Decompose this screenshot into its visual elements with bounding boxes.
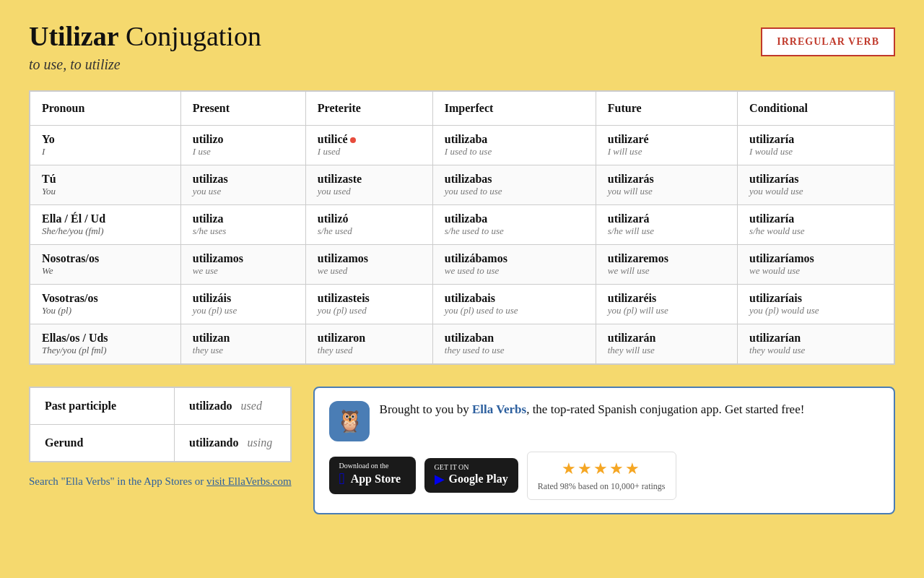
participle-section: Past participle utilizado used Gerund ut… — [29, 387, 292, 488]
table-row: YoIutilizoI useutilicéI usedutilizabaI u… — [30, 125, 894, 165]
verb-subtitle: to use, to utilize — [29, 56, 261, 73]
present-form: utilizas — [193, 173, 294, 186]
future-form: utilizarás — [608, 173, 725, 186]
conditional-form: utilizaría — [749, 133, 882, 146]
google-play-large-text: Google Play — [449, 472, 508, 487]
app-store-button[interactable]: Download on the  App Store — [329, 457, 416, 494]
pronoun-main: Yo — [42, 133, 169, 146]
col-imperfect: Imperfect — [432, 91, 596, 125]
title-rest: Conjugation — [126, 21, 261, 51]
future-sub: you (pl) will use — [608, 305, 725, 316]
conditional-form: utilizarías — [749, 173, 882, 186]
imperfect-sub: you used to use — [445, 186, 584, 197]
star-rating: ★★★★★ — [538, 460, 666, 478]
preterite-form: utilicé — [318, 133, 421, 146]
table-row: Ellas/os / UdsThey/you (pl fml)utilizant… — [30, 324, 894, 363]
imperfect-form: utilizábamos — [445, 252, 584, 265]
app-store-small-text: Download on the — [339, 462, 389, 470]
present-form: utilizan — [193, 332, 294, 345]
imperfect-form: utilizaba — [445, 212, 584, 225]
present-form: utilizo — [193, 133, 294, 146]
preterite-sub: they used — [318, 345, 421, 356]
promo-card: 🦉 Brought to you by Ella Verbs, the top-… — [313, 387, 895, 514]
past-participle-label: Past participle — [30, 387, 175, 424]
col-conditional: Conditional — [738, 91, 894, 125]
present-sub: we use — [193, 265, 294, 277]
imperfect-form: utilizaban — [445, 332, 584, 345]
imperfect-sub: s/he used to use — [445, 225, 584, 237]
gerund-label: Gerund — [30, 424, 175, 461]
participle-table-wrapper: Past participle utilizado used Gerund ut… — [29, 387, 292, 462]
future-form: utilizaré — [608, 133, 725, 146]
promo-description: Brought to you by Ella Verbs, the top-ra… — [380, 401, 805, 418]
future-sub: s/he will use — [608, 225, 725, 237]
google-play-small-text: GET IT ON — [435, 464, 469, 471]
conjugation-table-wrapper: Pronoun Present Preterite Imperfect Futu… — [29, 90, 895, 365]
gerund-value: utilizando using — [175, 424, 291, 461]
present-form: utilizamos — [193, 252, 294, 265]
future-sub: you will use — [608, 186, 725, 197]
col-pronoun: Pronoun — [30, 91, 181, 125]
gerund-row: Gerund utilizando using — [30, 424, 291, 461]
title-block: Utilizar Conjugation to use, to utilize — [29, 22, 261, 73]
col-present: Present — [180, 91, 305, 125]
imperfect-form: utilizabas — [445, 173, 584, 186]
present-sub: you use — [193, 186, 294, 197]
preterite-sub: you used — [318, 186, 421, 197]
future-form: utilizaréis — [608, 292, 725, 305]
pronoun-main: Ellas/os / Uds — [42, 332, 169, 345]
past-participle-translation: used — [241, 400, 262, 412]
page-header: Utilizar Conjugation to use, to utilize … — [29, 22, 895, 73]
page-title: Utilizar Conjugation — [29, 22, 261, 52]
pronoun-main: Ella / Él / Ud — [42, 212, 169, 225]
accent-dot — [350, 137, 356, 143]
conjugation-table: Pronoun Present Preterite Imperfect Futu… — [30, 91, 894, 364]
ella-verbs-icon: 🦉 — [329, 401, 370, 441]
svg-text:🦉: 🦉 — [336, 408, 363, 434]
imperfect-sub: we used to use — [445, 265, 584, 277]
pronoun-main: Tú — [42, 173, 169, 186]
promo-text-before: Brought to you by — [380, 402, 472, 416]
present-sub: they use — [193, 345, 294, 356]
table-row: Vosotras/osYou (pl)utilizáisyou (pl) use… — [30, 284, 894, 324]
preterite-sub: we used — [318, 265, 421, 277]
gerund-form: utilizando — [189, 436, 238, 449]
pronoun-sub: We — [42, 265, 169, 277]
conditional-sub: you (pl) would use — [749, 305, 882, 316]
verb-name: Utilizar — [29, 21, 119, 51]
conditional-sub: they would use — [749, 345, 882, 356]
future-form: utilizará — [608, 212, 725, 225]
search-text: Search "Ella Verbs" in the App Stores or… — [29, 475, 292, 488]
table-row: Nosotras/osWeutilizamoswe useutilizamosw… — [30, 244, 894, 284]
google-play-button[interactable]: GET IT ON ▶ Google Play — [424, 458, 518, 493]
imperfect-form: utilizaba — [445, 133, 584, 146]
present-form: utiliza — [193, 212, 294, 225]
past-participle-row: Past participle utilizado used — [30, 387, 291, 424]
pronoun-sub: You — [42, 186, 169, 197]
pronoun-sub: They/you (pl fml) — [42, 345, 169, 356]
rating-box: ★★★★★ Rated 98% based on 10,000+ ratings — [527, 452, 676, 500]
promo-text-after: , the top-rated Spanish conjugation app.… — [526, 402, 804, 416]
gerund-translation: using — [247, 436, 272, 449]
rating-text: Rated 98% based on 10,000+ ratings — [538, 481, 666, 492]
future-form: utilizarán — [608, 332, 725, 345]
promo-top: 🦉 Brought to you by Ella Verbs, the top-… — [329, 401, 879, 441]
ella-verbs-link[interactable]: visit EllaVerbs.com — [206, 475, 291, 487]
pronoun-main: Nosotras/os — [42, 252, 169, 265]
preterite-form: utilizó — [318, 212, 421, 225]
imperfect-sub: you (pl) used to use — [445, 305, 584, 316]
preterite-sub: s/he used — [318, 225, 421, 237]
app-store-large-text: App Store — [351, 472, 401, 487]
present-sub: s/he uses — [193, 225, 294, 237]
promo-buttons: Download on the  App Store GET IT ON ▶ … — [329, 452, 879, 500]
imperfect-sub: they used to use — [445, 345, 584, 356]
conditional-sub: you would use — [749, 186, 882, 197]
bottom-section: Past participle utilizado used Gerund ut… — [29, 387, 895, 514]
preterite-sub: I used — [318, 146, 421, 158]
imperfect-form: utilizabais — [445, 292, 584, 305]
irregular-badge: IRREGULAR VERB — [761, 27, 895, 56]
future-sub: we will use — [608, 265, 725, 277]
future-sub: they will use — [608, 345, 725, 356]
brand-name: Ella Verbs — [472, 402, 526, 416]
conditional-form: utilizaríamos — [749, 252, 882, 265]
